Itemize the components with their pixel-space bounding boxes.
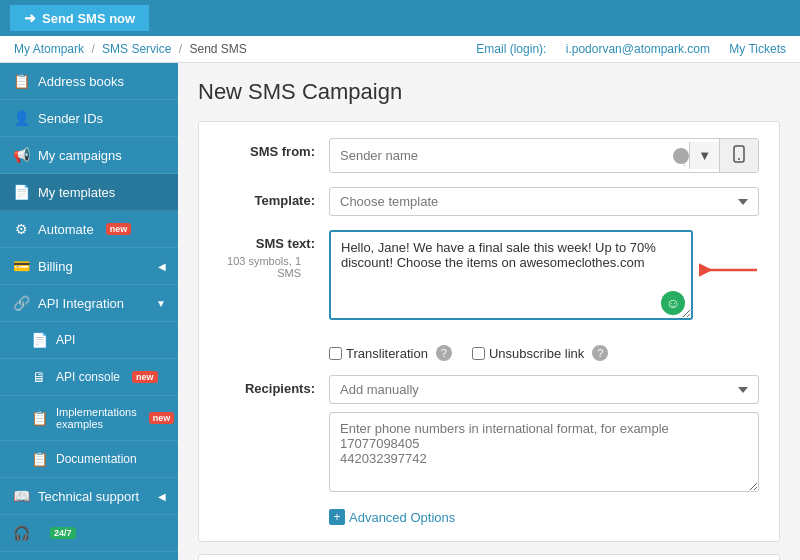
breadcrumb-sms-service[interactable]: SMS Service bbox=[102, 42, 171, 56]
sidebar-item-documentation[interactable]: 📖 Technical support ◀ bbox=[0, 478, 178, 515]
sender-ids-icon: 👤 bbox=[12, 110, 30, 126]
api-chevron: ▼ bbox=[156, 298, 166, 309]
sms-from-input[interactable] bbox=[330, 142, 669, 169]
automate-icon: ⚙ bbox=[12, 221, 30, 237]
recipients-textarea[interactable] bbox=[329, 412, 759, 492]
arrow-annotation bbox=[699, 258, 759, 282]
api-integration-icon: 🔗 bbox=[12, 295, 30, 311]
plus-icon: + bbox=[329, 509, 345, 525]
transliteration-label[interactable]: Transliteration bbox=[346, 346, 428, 361]
sidebar: 📋 Address books 👤 Sender IDs 📢 My campai… bbox=[0, 63, 178, 560]
sms-text-label-col: SMS text: 103 symbols, 1 SMS bbox=[219, 230, 329, 279]
advanced-options-row: + Advanced Options bbox=[329, 509, 759, 525]
subscription-form-icon: 📋 bbox=[30, 451, 48, 467]
breadcrumb: My Atompark / SMS Service / Send SMS bbox=[14, 42, 247, 56]
breadcrumb-sep2: / bbox=[179, 42, 182, 56]
api-console-new-badge: new bbox=[132, 371, 158, 383]
campaigns-icon: 📢 bbox=[12, 147, 30, 163]
sidebar-item-technical-support[interactable]: 🎧 24/7 bbox=[0, 515, 178, 552]
documentation-icon: 📖 bbox=[12, 488, 30, 504]
sidebar-item-my-campaigns[interactable]: 📢 My campaigns bbox=[0, 137, 178, 174]
implementations-icon: 📋 bbox=[30, 410, 48, 426]
breadcrumb-sep1: / bbox=[91, 42, 94, 56]
breadcrumb-current: Send SMS bbox=[189, 42, 246, 56]
sms-text-label: SMS text: bbox=[219, 230, 315, 251]
recipients-row: Recipients: Add manually bbox=[219, 375, 759, 495]
api-icon: 📄 bbox=[30, 332, 48, 348]
page-title: New SMS Campaign bbox=[198, 79, 780, 105]
template-row: Template: Choose template bbox=[219, 187, 759, 216]
sidebar-item-sender-ids[interactable]: 👤 Sender IDs bbox=[0, 100, 178, 137]
sms-from-field: ? ▼ bbox=[329, 138, 759, 173]
send-sms-now-button[interactable]: ➜ Send SMS now bbox=[10, 5, 149, 31]
email-label: Email (login): bbox=[476, 42, 546, 56]
templates-icon: 📄 bbox=[12, 184, 30, 200]
mobile-preview-icon[interactable] bbox=[719, 139, 758, 172]
sms-text-col: Hello, Jane! We have a final sale this w… bbox=[329, 230, 759, 323]
breadcrumb-bar: My Atompark / SMS Service / Send SMS Ema… bbox=[0, 36, 800, 63]
sidebar-item-api-integration[interactable]: 🔗 API Integration ▼ bbox=[0, 285, 178, 322]
sidebar-item-address-books[interactable]: 📋 Address books bbox=[0, 63, 178, 100]
advanced-options-link[interactable]: + Advanced Options bbox=[329, 509, 759, 525]
unsubscribe-checkbox[interactable] bbox=[472, 347, 485, 360]
sidebar-item-automate[interactable]: ⚙ Automate new bbox=[0, 211, 178, 248]
campaign-form-card: SMS from: ? ▼ bbox=[198, 121, 780, 542]
unsubscribe-row: Unsubscribe link ? bbox=[472, 345, 608, 361]
recipients-field: Add manually bbox=[329, 375, 759, 495]
sidebar-bottom: Download on the 🍎 App Store bbox=[0, 552, 178, 560]
arrow-right-icon: ➜ bbox=[24, 10, 36, 26]
sidebar-item-my-templates[interactable]: 📄 My templates bbox=[0, 174, 178, 211]
emoji-button[interactable]: ☺ bbox=[661, 291, 685, 315]
main-layout: 📋 Address books 👤 Sender IDs 📢 My campai… bbox=[0, 63, 800, 560]
sms-text-textarea[interactable]: Hello, Jane! We have a final sale this w… bbox=[329, 230, 693, 320]
sms-from-row: SMS from: ? ▼ bbox=[219, 138, 759, 173]
template-label: Template: bbox=[219, 187, 329, 208]
checkboxes-row: Transliteration ? Unsubscribe link ? bbox=[329, 337, 759, 361]
transliteration-checkbox[interactable] bbox=[329, 347, 342, 360]
unsubscribe-label[interactable]: Unsubscribe link bbox=[489, 346, 584, 361]
api-console-icon: 🖥 bbox=[30, 369, 48, 385]
automate-new-badge: new bbox=[106, 223, 132, 235]
template-select[interactable]: Choose template bbox=[329, 187, 759, 216]
user-email[interactable]: i.podorvan@atompark.com bbox=[566, 42, 710, 56]
transliteration-row: Transliteration ? bbox=[329, 345, 452, 361]
billing-icon: 💳 bbox=[12, 258, 30, 274]
sms-from-input-group: ? ▼ bbox=[329, 138, 759, 173]
transliteration-help-icon[interactable]: ? bbox=[436, 345, 452, 361]
my-tickets-link[interactable]: My Tickets bbox=[729, 42, 786, 56]
address-books-icon: 📋 bbox=[12, 73, 30, 89]
billing-chevron: ◀ bbox=[158, 261, 166, 272]
implementations-label: Implementations examples bbox=[56, 406, 137, 430]
send-section: SEND bbox=[198, 554, 780, 560]
user-info: Email (login): i.podorvan@atompark.com M… bbox=[460, 42, 786, 56]
docs-chevron: ◀ bbox=[158, 491, 166, 502]
template-field: Choose template bbox=[329, 187, 759, 216]
sidebar-item-implementations[interactable]: 📋 Implementations examples new bbox=[0, 396, 178, 441]
red-arrow-svg bbox=[699, 258, 759, 282]
sms-from-label: SMS from: bbox=[219, 138, 329, 159]
support-icon: 🎧 bbox=[12, 525, 30, 541]
top-bar: ➜ Send SMS now bbox=[0, 0, 800, 36]
recipients-select[interactable]: Add manually bbox=[329, 375, 759, 404]
sidebar-item-api-console[interactable]: 🖥 API console new bbox=[0, 359, 178, 396]
sms-from-help-icon[interactable]: ? bbox=[673, 148, 689, 164]
recipients-label: Recipients: bbox=[219, 375, 329, 396]
svg-point-1 bbox=[738, 158, 740, 160]
sms-from-dropdown-icon[interactable]: ▼ bbox=[689, 142, 719, 169]
unsubscribe-help-icon[interactable]: ? bbox=[592, 345, 608, 361]
sidebar-item-billing[interactable]: 💳 Billing ◀ bbox=[0, 248, 178, 285]
sms-symbol-hint: 103 symbols, 1 SMS bbox=[219, 255, 315, 279]
sidebar-item-api[interactable]: 📄 API bbox=[0, 322, 178, 359]
sidebar-item-subscription-form[interactable]: 📋 Documentation bbox=[0, 441, 178, 478]
breadcrumb-atompark[interactable]: My Atompark bbox=[14, 42, 84, 56]
support-247-badge: 24/7 bbox=[50, 527, 76, 539]
impl-new-badge: new bbox=[149, 412, 175, 424]
sms-text-container: Hello, Jane! We have a final sale this w… bbox=[329, 230, 693, 323]
sms-text-row: SMS text: 103 symbols, 1 SMS Hello, Jane… bbox=[219, 230, 759, 323]
content-area: New SMS Campaign SMS from: ? ▼ bbox=[178, 63, 800, 560]
